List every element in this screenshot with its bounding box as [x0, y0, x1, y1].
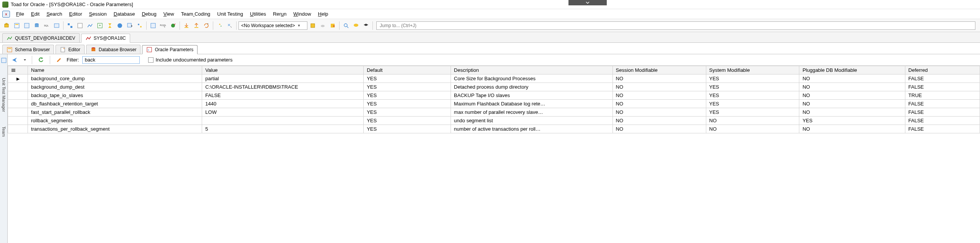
table-row[interactable]: background_dump_destC:\ORACLE-INSTALLER\…: [8, 83, 980, 91]
side-tab-unit-test-manager[interactable]: Unit Test Manager: [2, 76, 6, 113]
grid-header-name[interactable]: Name: [28, 66, 202, 75]
table-row[interactable]: backup_tape_io_slavesFALSEYESBACKUP Tape…: [8, 91, 980, 100]
grid-header-value[interactable]: Value: [202, 66, 364, 75]
menu-search[interactable]: Search: [43, 10, 65, 18]
menu-edit[interactable]: Edit: [28, 10, 42, 18]
svg-text:✕: ✕: [227, 23, 230, 27]
filter-add-icon[interactable]: +: [215, 21, 224, 30]
menu-unit-testing[interactable]: Unit Testing: [214, 10, 246, 18]
menu-team-coding[interactable]: Team Coding: [178, 10, 214, 18]
upload-icon[interactable]: [192, 21, 201, 30]
new-connection-icon[interactable]: [2, 21, 11, 30]
window-list-icon[interactable]: [125, 21, 134, 30]
stop-icon[interactable]: [115, 21, 124, 30]
filter-label: Filter:: [67, 57, 79, 63]
menu-session[interactable]: Session: [86, 10, 110, 18]
graduation-icon[interactable]: [361, 21, 371, 30]
svg-rect-3: [15, 24, 18, 25]
menu-database[interactable]: Database: [111, 10, 138, 18]
sql-tuning-icon[interactable]: [149, 21, 158, 30]
connection-tabs: QUEST_DEV@ORA18CDEVSYS@ORA18C: [0, 32, 980, 43]
menu-utilities[interactable]: Utilities: [247, 10, 269, 18]
plsql-icon[interactable]: PLSQL: [158, 21, 168, 30]
grid-header-pluggable-db-modifiable[interactable]: Pluggable DB Modifiable: [799, 66, 905, 75]
filter-input[interactable]: [82, 56, 140, 64]
jump-to-input[interactable]: [376, 21, 975, 30]
menu-editor[interactable]: Editor: [66, 10, 85, 18]
cell-sys: YES: [706, 91, 799, 100]
schema-browser-icon[interactable]: [12, 21, 21, 30]
grid-header-system-modifiable[interactable]: System Modifiable: [706, 66, 799, 75]
cell-desc: BACKUP Tape I/O slaves: [451, 91, 612, 100]
cell-default: YES: [364, 108, 451, 117]
connection-tab[interactable]: QUEST_DEV@ORA18CDEV: [2, 33, 80, 42]
browse-icon[interactable]: [75, 21, 85, 30]
window-expand-handle[interactable]: [568, 0, 607, 5]
svg-point-31: [354, 24, 358, 27]
window-icon[interactable]: [52, 21, 61, 30]
product-logo-icon[interactable]: x: [2, 11, 10, 18]
workspace-delete-icon[interactable]: ✕: [328, 21, 337, 30]
workspace-cloud-icon[interactable]: [318, 21, 327, 30]
sql-icon[interactable]: SQL: [42, 21, 51, 30]
download-icon[interactable]: [182, 21, 191, 30]
view-tab-database-browser[interactable]: Database Browser: [86, 45, 141, 54]
table-row[interactable]: transactions_per_rollback_segment5YESnum…: [8, 125, 980, 133]
er-diagram-icon[interactable]: [65, 21, 75, 30]
view-tab-editor[interactable]: Editor: [56, 45, 84, 54]
workspace-combo[interactable]: <No Workspace selected> ▼: [238, 21, 307, 30]
table-row[interactable]: rollback_segmentsYESundo segment listNON…: [8, 117, 980, 125]
svg-rect-40: [11, 69, 15, 70]
dropdown-arrow-icon[interactable]: [22, 55, 28, 65]
grid-header-description[interactable]: Description: [451, 66, 612, 75]
grid-row-selector-header[interactable]: [8, 66, 28, 75]
configure-icon[interactable]: [135, 21, 144, 30]
include-undocumented-checkbox[interactable]: Include undocumented parameters: [148, 57, 233, 63]
grid-header-deferred[interactable]: Deferred: [905, 66, 980, 75]
cell-def: FALSE: [905, 117, 980, 125]
menu-window[interactable]: Window: [290, 10, 314, 18]
search-icon[interactable]: [341, 21, 351, 30]
grid-header-default[interactable]: Default: [364, 66, 451, 75]
side-tab-team[interactable]: Team: [2, 125, 6, 138]
cell-def: FALSE: [905, 83, 980, 91]
cell-default: YES: [364, 83, 451, 91]
svg-rect-9: [68, 23, 70, 25]
current-row-indicator-icon: ▶: [16, 76, 20, 81]
trace-icon[interactable]: [85, 21, 95, 30]
filter-remove-icon[interactable]: ✕: [225, 21, 234, 30]
cell-def: FALSE: [905, 75, 980, 83]
connection-tab[interactable]: SYS@ORA18C: [81, 34, 130, 43]
view-tab-schema-browser[interactable]: Schema Browser: [2, 45, 54, 54]
send-icon[interactable]: [10, 55, 19, 65]
cell-sys: YES: [706, 75, 799, 83]
menu-view[interactable]: View: [160, 10, 177, 18]
view-tab-oracle-parameters[interactable]: xOracle Parameters: [142, 45, 198, 54]
editor-icon[interactable]: [22, 21, 31, 30]
cell-default: YES: [364, 125, 451, 133]
workspace-save-icon[interactable]: [308, 21, 317, 30]
svg-rect-11: [78, 23, 82, 28]
add-icon[interactable]: +: [95, 21, 105, 30]
edit-pencil-icon[interactable]: [54, 55, 64, 65]
menu-debug[interactable]: Debug: [139, 10, 159, 18]
parameters-grid[interactable]: NameValueDefaultDescriptionSession Modif…: [8, 66, 980, 243]
table-row[interactable]: fast_start_parallel_rollbackLOWYESmax nu…: [8, 108, 980, 117]
table-row[interactable]: ▶background_core_dumppartialYESCore Size…: [8, 75, 980, 83]
table-row[interactable]: db_flashback_retention_target1440YESMaxi…: [8, 100, 980, 108]
commit-icon[interactable]: [168, 21, 178, 30]
menu-help[interactable]: Help: [315, 10, 332, 18]
db-browser-icon[interactable]: [32, 21, 41, 30]
gutter-collapse-icon[interactable]: [0, 56, 8, 65]
refresh-data-icon[interactable]: ?: [202, 21, 211, 30]
main-toolbar: SQL + PLSQL ? + ✕ <No Workspace selected…: [0, 19, 980, 32]
menu-file[interactable]: File: [13, 10, 27, 18]
chat-icon[interactable]: [351, 21, 361, 30]
cell-desc: Maximum Flashback Database log rete…: [451, 100, 612, 108]
svg-rect-42: [11, 71, 15, 72]
grid-header-session-modifiable[interactable]: Session Modifiable: [612, 66, 706, 75]
execute-icon[interactable]: [105, 21, 114, 30]
refresh-icon[interactable]: [36, 55, 46, 65]
svg-rect-34: [61, 47, 65, 52]
menu-rerun[interactable]: Rerun: [270, 10, 289, 18]
